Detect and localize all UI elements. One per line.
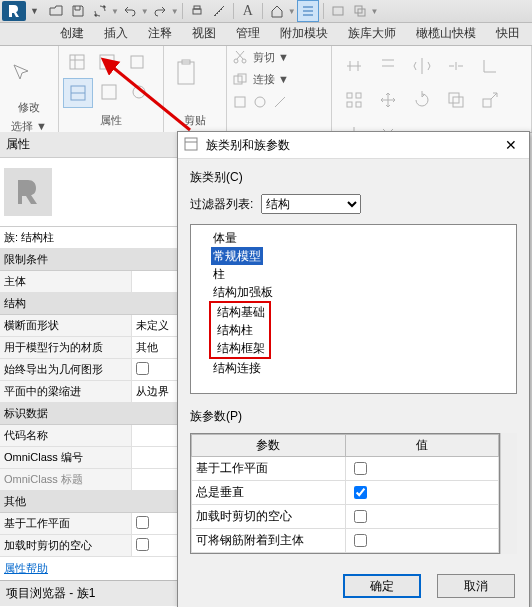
section-other[interactable]: 其他: [0, 491, 190, 513]
checkbox[interactable]: [354, 462, 367, 475]
svg-rect-7: [131, 56, 143, 68]
col-param[interactable]: 参数: [192, 435, 346, 457]
tree-item[interactable]: 柱: [211, 265, 510, 283]
tab-quick[interactable]: 快田: [486, 21, 530, 45]
geom-icon[interactable]: [231, 93, 249, 111]
tab-olive[interactable]: 橄榄山快模: [406, 21, 486, 45]
copy-icon[interactable]: [442, 86, 470, 114]
close-button[interactable]: ✕: [499, 135, 523, 155]
section-constraints[interactable]: 限制条件: [0, 249, 190, 271]
paste-icon[interactable]: [168, 48, 204, 98]
section-identity[interactable]: 标识数据: [0, 403, 190, 425]
quick-access-toolbar: ▼ ▼ ▼ ▼ A ▼ ▼: [0, 0, 532, 23]
misc-icon[interactable]: [125, 78, 153, 106]
tab-view[interactable]: 视图: [182, 21, 226, 45]
checkbox[interactable]: [136, 516, 149, 529]
open-icon[interactable]: [46, 1, 66, 21]
mirror-icon[interactable]: [408, 52, 436, 80]
tree-item[interactable]: 结构基础: [215, 303, 267, 321]
cut-label[interactable]: 剪切 ▼: [253, 50, 289, 65]
switch-window-icon[interactable]: [350, 1, 370, 21]
project-browser-title[interactable]: 项目浏览器 - 族1: [0, 580, 190, 606]
scrollbar[interactable]: [500, 433, 517, 554]
tree-item[interactable]: 结构框架: [215, 339, 267, 357]
svg-point-13: [234, 59, 238, 63]
properties-help-link[interactable]: 属性帮助: [0, 557, 190, 580]
array-icon[interactable]: [340, 86, 368, 114]
tab-addins[interactable]: 附加模块: [270, 21, 338, 45]
annotation-highlight: 结构基础 结构柱 结构框架: [209, 301, 271, 359]
svg-rect-5: [70, 55, 84, 69]
prop-row: 横断面形状未定义: [0, 315, 190, 337]
properties-icon[interactable]: [63, 48, 91, 76]
offset-icon[interactable]: [374, 52, 402, 80]
tree-item[interactable]: 体量: [211, 229, 510, 247]
tab-familymaster[interactable]: 族库大师: [338, 21, 406, 45]
text-icon[interactable]: A: [238, 1, 258, 21]
tree-item-selected[interactable]: 常规模型: [211, 247, 263, 265]
move-icon[interactable]: [374, 86, 402, 114]
prop-row: 主体: [0, 271, 190, 293]
type-properties-icon[interactable]: [93, 48, 121, 76]
checkbox[interactable]: [354, 486, 367, 499]
redo-icon[interactable]: [150, 1, 170, 21]
sync-icon[interactable]: [90, 1, 110, 21]
family-type-selector[interactable]: 族: 结构柱: [0, 227, 190, 249]
filter-select[interactable]: 结构: [261, 194, 361, 214]
rotate-icon[interactable]: [408, 86, 436, 114]
join-icon[interactable]: [231, 70, 249, 88]
measure-icon[interactable]: [209, 1, 229, 21]
close-hidden-icon[interactable]: [328, 1, 348, 21]
properties-title: 属性: [0, 132, 190, 158]
thin-lines-icon[interactable]: [297, 0, 319, 22]
tab-annotate[interactable]: 注释: [138, 21, 182, 45]
cut-icon[interactable]: [231, 48, 249, 66]
tree-item[interactable]: 结构加强板: [211, 283, 510, 301]
prop-row: 用于模型行为的材质其他: [0, 337, 190, 359]
cancel-button[interactable]: 取消: [437, 574, 515, 598]
print-icon[interactable]: [187, 1, 207, 21]
tab-create[interactable]: 创建: [50, 21, 94, 45]
group-label-modify: 修改: [4, 98, 54, 117]
app-logo[interactable]: [2, 1, 26, 21]
dropdown-icon[interactable]: ▼: [141, 7, 149, 16]
dropdown-icon[interactable]: ▼: [371, 7, 379, 16]
checkbox[interactable]: [136, 538, 149, 551]
scale-icon[interactable]: [476, 86, 504, 114]
project-units-icon[interactable]: [95, 78, 123, 106]
dropdown-icon[interactable]: ▼: [111, 7, 119, 16]
tree-item[interactable]: 结构柱: [215, 321, 267, 339]
svg-rect-23: [449, 93, 459, 103]
checkbox[interactable]: [354, 510, 367, 523]
ok-button[interactable]: 确定: [343, 574, 421, 598]
geom-icon[interactable]: [251, 93, 269, 111]
tab-insert[interactable]: 插入: [94, 21, 138, 45]
align-icon[interactable]: [340, 52, 368, 80]
tree-item[interactable]: 结构连接: [211, 359, 510, 377]
dropdown-icon[interactable]: ▼: [171, 7, 179, 16]
dialog-titlebar: 族类别和族参数 ✕: [178, 132, 529, 159]
save-icon[interactable]: [68, 1, 88, 21]
category-tree[interactable]: 体量 常规模型 柱 结构加强板 结构基础 结构柱 结构框架 结构连接: [190, 224, 517, 394]
col-value[interactable]: 值: [345, 435, 499, 457]
join-label[interactable]: 连接 ▼: [253, 72, 289, 87]
svg-rect-26: [185, 138, 197, 150]
dropdown-icon[interactable]: ▼: [30, 6, 39, 16]
tab-manage[interactable]: 管理: [226, 21, 270, 45]
modify-tool-icon[interactable]: [4, 48, 40, 98]
dropdown-icon[interactable]: ▼: [288, 7, 296, 16]
section-structural[interactable]: 结构: [0, 293, 190, 315]
split-icon[interactable]: [442, 52, 470, 80]
param-row: 可将钢筋附着到主体: [192, 529, 499, 553]
home-icon[interactable]: [267, 1, 287, 21]
svg-point-10: [133, 86, 145, 98]
dialog-title: 族类别和族参数: [206, 137, 499, 154]
family-category-icon[interactable]: [63, 78, 93, 108]
undo-icon[interactable]: [120, 1, 140, 21]
prop-row: 平面中的梁缩进从边界: [0, 381, 190, 403]
checkbox[interactable]: [354, 534, 367, 547]
family-types-icon[interactable]: [123, 48, 151, 76]
checkbox[interactable]: [136, 362, 149, 375]
geom-icon[interactable]: [271, 93, 289, 111]
trim-icon[interactable]: [476, 52, 504, 80]
